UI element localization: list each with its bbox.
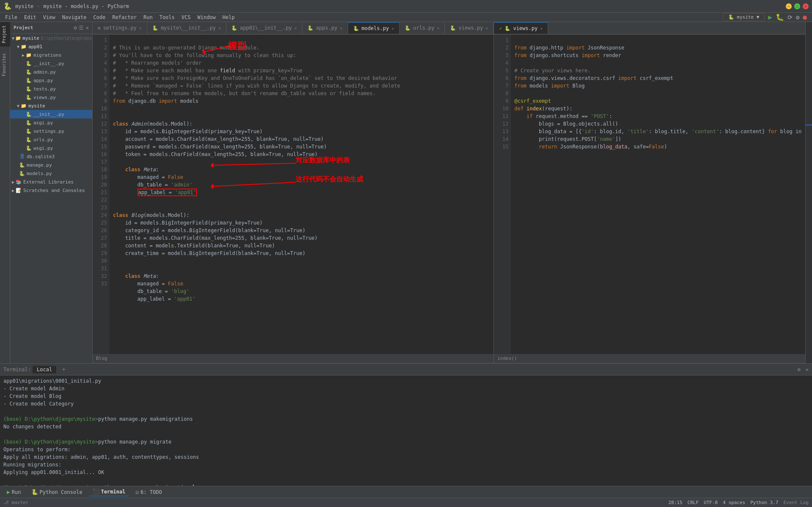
tree-item-init-mysite[interactable]: 🐍 __init__.py — [10, 110, 92, 118]
tree-item-scratches[interactable]: ▶ 📝 Scratches and Consoles — [10, 186, 92, 195]
line-numbers-right: 123456789101112131415 — [494, 35, 511, 354]
action-bar: ▶ Run 🐍 Python Console ⬛ Terminal ☑ 6: T… — [0, 486, 812, 498]
vcs-icon: ⟳ — [787, 14, 793, 21]
terminal-line-2: - Create model Admin — [3, 385, 809, 392]
tree-item-app01[interactable]: ▼ 📁 app01 — [10, 42, 92, 51]
tab-init-mysite[interactable]: 🐍 mysite\__init__.py ✕ — [147, 22, 226, 34]
titlebar: 🐍 mysite — mysite - models.py - PyCharm … — [0, 0, 812, 13]
run-action-button[interactable]: ▶ Run — [3, 488, 25, 496]
code-content-right[interactable]: from django.http import JsonResponse fro… — [511, 35, 805, 354]
terminal-line-7: (base) D:\python\django\mysite>python ma… — [3, 438, 809, 446]
terminal-line-1: app01\migrations\0001_initial.py — [3, 377, 809, 385]
menu-navigate[interactable]: Navigate — [59, 13, 90, 22]
sidebar-title: Project — [14, 25, 33, 30]
sidebar-header: Project ⚙ ☰ ✕ — [10, 22, 92, 34]
tab-apps[interactable]: 🐍 apps.py ✕ — [302, 22, 348, 34]
project-sidebar: Project ⚙ ☰ ✕ ▼ 📁 mysite D:\python\djang… — [10, 22, 93, 363]
right-minimap — [805, 22, 812, 363]
debug-button[interactable]: 🐛 — [776, 13, 784, 21]
tab-terminal-local[interactable]: Local — [33, 366, 56, 373]
encoding-indicator: UTF-8 — [704, 500, 718, 505]
tree-item-models[interactable]: 🐍 models.py — [10, 169, 92, 178]
tree-item-urls[interactable]: 🐍 urls.py — [10, 135, 92, 144]
terminal-line-blank2 — [3, 430, 809, 438]
menu-help[interactable]: Help — [219, 13, 238, 22]
menu-edit[interactable]: Edit — [21, 13, 40, 22]
project-selector[interactable]: 🐍 mysite ▼ — [723, 13, 765, 21]
code-content-left[interactable]: # This is an auto-generated Django model… — [110, 35, 494, 354]
sidebar-content: ▼ 📁 mysite D:\python\django\mysite ▼ 📁 a… — [10, 34, 92, 363]
terminal-line-blank3 — [3, 476, 809, 484]
menubar: File Edit View Navigate Code Refactor Ru… — [0, 13, 812, 22]
tab-terminal-add[interactable]: + — [58, 366, 69, 373]
tree-item-wsgi[interactable]: 🐍 wsgi.py — [10, 144, 92, 152]
tree-item-apps[interactable]: 🐍 apps.py — [10, 76, 92, 85]
terminal-line-11: Applying app01.0001_initial... OK — [3, 469, 809, 476]
python-console-button[interactable]: 🐍 Python Console — [28, 488, 86, 496]
tree-item-asgi[interactable]: 🐍 asgi.py — [10, 118, 92, 127]
breadcrumb-right: index() — [494, 354, 805, 363]
right-editor-tabs: ✓ 🐍 views.py ✕ — [494, 22, 805, 35]
menu-run[interactable]: Run — [140, 13, 156, 22]
tree-item-manage[interactable]: 🐍 manage.py — [10, 161, 92, 169]
tree-item-sqlite[interactable]: 🗄 db.sqlite3 — [10, 152, 92, 161]
tree-item-mysite[interactable]: ▼ 📁 mysite — [10, 101, 92, 110]
sidebar-close-icon[interactable]: ✕ — [85, 25, 89, 31]
event-log[interactable]: Event Log — [783, 500, 809, 505]
window-title: mysite - models.py - PyCharm — [44, 3, 129, 9]
vtab-favorites[interactable]: Favorites — [0, 50, 10, 79]
tree-item-views-app01[interactable]: 🐍 views.py — [10, 93, 92, 101]
minimize-button[interactable]: — — [786, 3, 792, 9]
sidebar-settings-icon[interactable]: ⚙ — [74, 25, 77, 31]
menu-view[interactable]: View — [40, 13, 59, 22]
terminal-line-5: (base) D:\python\django\mysite>python ma… — [3, 415, 809, 423]
maximize-button[interactable]: □ — [794, 3, 800, 9]
breadcrumb-left: Blog — [93, 354, 494, 363]
tree-item-external-libs[interactable]: ▶ 📚 External Libraries — [10, 178, 92, 186]
spaces-indicator: 4 spaces — [723, 500, 745, 505]
tree-item-admin[interactable]: 🐍 admin.py — [10, 68, 92, 76]
tree-item-tests[interactable]: 🐍 tests.py — [10, 85, 92, 93]
menu-tools[interactable]: Tools — [156, 13, 178, 22]
terminal-line-4: - Create model Category — [3, 400, 809, 408]
tab-views-left[interactable]: 🐍 views.py ✕ — [445, 22, 494, 34]
git-branch: ⎇ master — [3, 500, 28, 505]
line-numbers-left: 1234567891011121314151617181920212223242… — [93, 35, 110, 354]
tab-settings[interactable]: ⚙ settings.py ✕ — [93, 22, 147, 34]
terminal-close-icon[interactable]: ✕ — [806, 367, 809, 373]
tab-init-app01[interactable]: 🐍 app01\__init__.py ✕ — [226, 22, 302, 34]
terminal-line-3: - Create model Blog — [3, 392, 809, 400]
settings-icon: ⚙ — [796, 14, 799, 21]
todo-button[interactable]: ☑ 6: TODO — [132, 488, 165, 496]
project-name: mysite — [15, 3, 33, 9]
tree-item-init-app01[interactable]: 🐍 __init__.py — [10, 59, 92, 68]
tree-item-settings[interactable]: 🐍 settings.py — [10, 127, 92, 135]
sidebar-collapse-icon[interactable]: ☰ — [79, 25, 84, 31]
menu-file[interactable]: File — [2, 13, 21, 22]
run-button[interactable]: ▶ — [768, 13, 772, 21]
tree-item-migrations[interactable]: ▶ 📁 migrations — [10, 51, 92, 59]
menu-code[interactable]: Code — [90, 13, 109, 22]
tree-item-root[interactable]: ▼ 📁 mysite D:\python\django\mysite — [10, 34, 92, 42]
tab-models[interactable]: 🐍 models.py ✕ — [348, 22, 400, 34]
notification-icon: ● — [803, 13, 807, 21]
tab-views-right[interactable]: ✓ 🐍 views.py ✕ — [494, 22, 548, 34]
left-vertical-tabs: Project Favorites — [0, 22, 10, 363]
tab-urls[interactable]: 🐍 urls.py ✕ — [400, 22, 445, 34]
terminal-button[interactable]: ⬛ Terminal — [89, 488, 129, 496]
menu-refactor[interactable]: Refactor — [109, 13, 140, 22]
terminal-tabs: Terminal: Local + ⚙ ✕ — [0, 364, 812, 375]
terminal-settings-icon[interactable]: ⚙ — [798, 367, 801, 373]
left-editor-tabs: ⚙ settings.py ✕ 🐍 mysite\__init__.py ✕ 🐍… — [93, 22, 494, 35]
close-button[interactable]: ✕ — [803, 3, 809, 9]
terminal-line-6: No changes detected — [3, 423, 809, 430]
terminal-line-10: Running migrations: — [3, 461, 809, 469]
crlf-indicator: CRLF — [688, 500, 699, 505]
python-version: Python 3.7 — [750, 500, 778, 505]
terminal-content[interactable]: app01\migrations\0001_initial.py - Creat… — [0, 375, 812, 486]
line-col: 28:15 — [668, 500, 682, 505]
vtab-project[interactable]: Project — [0, 22, 10, 47]
menu-vcs[interactable]: VCS — [178, 13, 194, 22]
menu-window[interactable]: Window — [194, 13, 219, 22]
terminal-line-8: Operations to perform: — [3, 446, 809, 453]
